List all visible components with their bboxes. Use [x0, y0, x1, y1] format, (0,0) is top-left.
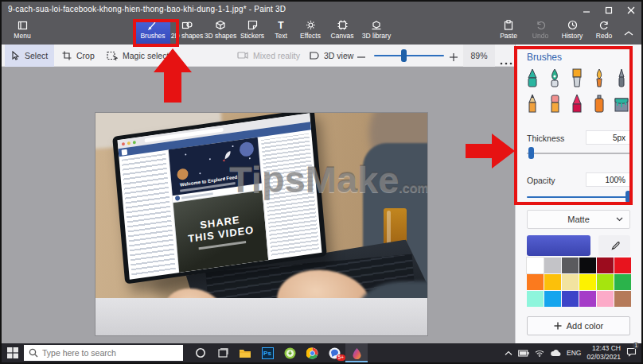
- canvas-image[interactable]: Welcome to Explore Feed SHARE THIS VIDEO: [95, 113, 427, 335]
- 3d-shapes-icon: [215, 19, 226, 31]
- undo-icon: [536, 19, 546, 31]
- more-options-icon[interactable]: [500, 54, 512, 68]
- redo-icon: [599, 19, 610, 31]
- palette-swatch[interactable]: [544, 291, 561, 307]
- history-button[interactable]: History: [556, 19, 588, 45]
- tab-3d-library[interactable]: 3D library: [358, 19, 395, 45]
- window-title: 9-cach-sua-loi-facebook-khong-hien-thong…: [8, 5, 286, 14]
- stickers-icon: [247, 19, 258, 31]
- mixed-reality-button: Mixed reality: [231, 45, 306, 67]
- search-input[interactable]: [42, 348, 170, 358]
- redo-button[interactable]: Redo: [588, 19, 620, 45]
- ribbon-bar: 9-cach-sua-loi-facebook-khong-hien-thong…: [2, 2, 641, 45]
- palette-swatch[interactable]: [562, 274, 579, 290]
- 3d-view-button[interactable]: 3D view: [302, 45, 360, 67]
- palette-swatch[interactable]: [579, 274, 596, 290]
- palette-swatch[interactable]: [579, 291, 596, 307]
- palette-swatch[interactable]: [562, 258, 579, 273]
- action-center-badge: 1: [633, 343, 639, 349]
- maximize-button[interactable]: [600, 4, 618, 16]
- chrome-button[interactable]: [301, 343, 323, 362]
- palette-swatch[interactable]: [614, 258, 631, 273]
- 3d-library-icon: [371, 19, 382, 31]
- history-icon: [567, 19, 578, 31]
- palette-swatch[interactable]: [614, 291, 631, 307]
- annotation-arrow-up: [153, 48, 193, 106]
- system-tray: ENG 12:43 CH 02/03/2021 1: [505, 344, 641, 361]
- magic-select-icon: [107, 51, 118, 60]
- planet-icon: [177, 168, 189, 180]
- taskbar-search[interactable]: [24, 345, 183, 361]
- palette-swatch[interactable]: [527, 291, 544, 307]
- palette-swatch[interactable]: [597, 291, 614, 307]
- palette-swatch[interactable]: [527, 258, 544, 273]
- action-center-button[interactable]: 1: [626, 346, 637, 360]
- crop-button[interactable]: Crop: [56, 45, 101, 67]
- palette-swatch[interactable]: [614, 274, 631, 290]
- annotation-arrow-right: [466, 133, 515, 172]
- tab-text[interactable]: T Text: [267, 19, 294, 45]
- effects-icon: [306, 19, 316, 31]
- onedrive-cloud-icon[interactable]: [550, 350, 561, 357]
- palette-swatch[interactable]: [544, 274, 561, 290]
- menu-button[interactable]: Menu: [6, 19, 38, 45]
- photoshop-button[interactable]: Ps: [256, 343, 279, 362]
- material-dropdown[interactable]: Matte: [527, 210, 630, 229]
- messenger-app-button[interactable]: 5+: [323, 343, 345, 362]
- select-button[interactable]: Select: [5, 45, 54, 67]
- annotation-box-brushes-panel: [514, 46, 633, 205]
- photo-bottom-strip: [95, 298, 427, 335]
- eyedropper-button[interactable]: [598, 235, 630, 256]
- palette-swatch[interactable]: [579, 258, 596, 273]
- file-explorer-button[interactable]: [234, 343, 256, 362]
- minimize-button[interactable]: [578, 4, 595, 16]
- crop-icon: [62, 51, 72, 60]
- undo-button: Undo: [524, 19, 556, 45]
- paint3d-button[interactable]: [345, 343, 368, 362]
- tab-3d-shapes[interactable]: 3D shapes: [204, 19, 237, 45]
- planet2-icon: [239, 141, 254, 157]
- paste-icon: [504, 19, 513, 31]
- palette-swatch[interactable]: [562, 291, 579, 307]
- 2d-shapes-icon: [181, 19, 193, 31]
- notification-count-badge: 5+: [337, 354, 345, 361]
- zoom-slider-handle[interactable]: [401, 49, 407, 62]
- cortana-button[interactable]: [189, 343, 212, 362]
- zoom-slider-track[interactable]: [374, 55, 444, 56]
- zoom-out-button[interactable]: [357, 51, 366, 65]
- tab-stickers[interactable]: Stickers: [237, 19, 267, 45]
- battery-icon[interactable]: [518, 350, 529, 357]
- zoom-in-button[interactable]: [449, 51, 458, 65]
- wifi-icon[interactable]: [535, 350, 544, 357]
- annotation-box-brushes-tab: [133, 19, 179, 47]
- taskbar-clock[interactable]: 12:43 CH 02/03/2021: [586, 344, 621, 361]
- menu-icon: [18, 19, 28, 31]
- search-icon: [29, 348, 38, 358]
- palette-swatch[interactable]: [544, 258, 561, 273]
- paste-button[interactable]: Paste: [493, 19, 524, 45]
- palette-swatch[interactable]: [597, 274, 614, 290]
- canvas-icon: [337, 19, 348, 31]
- palette-swatch[interactable]: [597, 258, 614, 273]
- watermark: TipsMake.com: [229, 157, 427, 201]
- tray-chevron-icon[interactable]: [505, 350, 512, 356]
- mixed-reality-icon: [237, 51, 248, 60]
- 3d-view-icon: [309, 51, 319, 60]
- chevron-down-icon: [616, 217, 623, 222]
- screenshot-root: 9-cach-sua-loi-facebook-khong-hien-thong…: [0, 0, 643, 364]
- language-indicator[interactable]: ENG: [567, 349, 581, 357]
- windows-taskbar: Ps 5+ ENG 12:43 CH 02/03/2021: [2, 343, 641, 362]
- task-view-button[interactable]: [212, 343, 234, 362]
- current-color-swatch[interactable]: [527, 235, 590, 256]
- collapse-ribbon-chevron-icon[interactable]: [624, 25, 633, 40]
- text-icon: T: [278, 19, 283, 31]
- tab-effects[interactable]: Effects: [294, 19, 326, 45]
- palette-swatch[interactable]: [527, 274, 544, 290]
- tab-canvas[interactable]: Canvas: [326, 19, 358, 45]
- add-color-button[interactable]: Add color: [527, 316, 630, 335]
- zoom-percentage[interactable]: 89%: [463, 45, 495, 67]
- windows-logo-icon: [7, 347, 18, 358]
- idm-button[interactable]: [279, 343, 301, 362]
- close-button[interactable]: [622, 4, 640, 16]
- start-button[interactable]: [2, 343, 24, 362]
